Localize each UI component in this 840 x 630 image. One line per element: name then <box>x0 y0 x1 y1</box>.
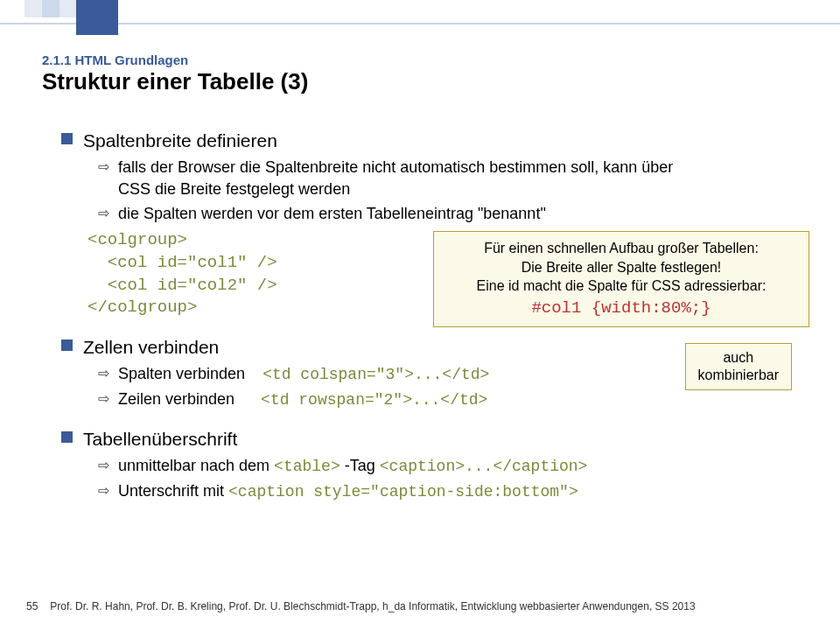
sub-bullet-text: die Spalten werden vor dem ersten Tabell… <box>118 203 546 224</box>
footer-credits: Prof. Dr. R. Hahn, Prof. Dr. B. Kreling,… <box>50 600 695 612</box>
sub-bullet: ⇨ Zeilen verbinden <td rowspan="2">...</… <box>98 388 805 410</box>
sub-label: unmittelbar nach dem <box>118 457 270 474</box>
sub-bullet: ⇨ Unterschrift mit <caption style="capti… <box>98 480 805 502</box>
sub-bullet-text: Unterschrift mit <caption style="caption… <box>118 480 578 502</box>
callout-line: auch <box>698 349 779 367</box>
arrow-icon: ⇨ <box>98 481 109 500</box>
page-number: 55 <box>26 600 38 612</box>
code-colspan: <td colspan="3">...</td> <box>262 366 489 383</box>
code-caption-style: <caption style="caption-side:bottom"> <box>228 483 578 500</box>
callout-line: Die Breite aller Spalte festlegen! <box>443 258 800 277</box>
sub-bullet: ⇨ falls der Browser die Spaltenbreite ni… <box>98 157 805 200</box>
sub-label: Unterschrift mit <box>118 482 224 500</box>
callout-css-tip: Für einen schnellen Aufbau großer Tabell… <box>433 231 809 327</box>
sub-label: Spalten verbinden <box>118 365 245 382</box>
header-decoration <box>24 0 118 35</box>
arrow-icon: ⇨ <box>98 364 109 383</box>
sub-bullet-text: unmittelbar nach dem <table> -Tag <capti… <box>118 455 587 477</box>
slide-title: Struktur einer Tabelle (3) <box>42 68 308 95</box>
sub-label: -Tag <box>345 457 375 474</box>
square-bullet-icon <box>61 133 73 144</box>
arrow-icon: ⇨ <box>98 204 109 223</box>
header-rule <box>0 23 840 24</box>
section-number: 2.1.1 HTML Grundlagen <box>42 52 188 67</box>
sub-bullet-text: falls der Browser die Spaltenbreite nich… <box>118 157 696 200</box>
sub-bullet: ⇨ die Spalten werden vor dem ersten Tabe… <box>98 203 805 224</box>
callout-line: Für einen schnellen Aufbau großer Tabell… <box>443 239 800 258</box>
sub-bullet: ⇨ unmittelbar nach dem <table> -Tag <cap… <box>98 455 805 477</box>
bullet-label: Spaltenbreite definieren <box>83 129 277 153</box>
sub-bullet-text: Spalten verbinden <td colspan="3">...</t… <box>118 363 489 385</box>
bullet-tabellenuberschrift: Tabellenüberschrift <box>61 427 805 452</box>
sub-bullet-text: Zeilen verbinden <td rowspan="2">...</td… <box>118 388 487 410</box>
bullet-spaltenbreite: Spaltenbreite definieren <box>61 129 805 153</box>
arrow-icon: ⇨ <box>98 456 109 475</box>
bullet-label: Zellen verbinden <box>83 335 219 360</box>
bullet-label: Tabellenüberschrift <box>83 427 237 452</box>
square-bullet-icon <box>61 431 73 443</box>
code-caption: <caption>...</caption> <box>380 458 588 475</box>
callout-line: Eine id macht die Spalte für CSS adressi… <box>443 276 800 296</box>
callout-code: #col1 {width:80%;} <box>443 298 800 320</box>
callout-line: kombinierbar <box>698 367 779 384</box>
slide-footer: 55 Prof. Dr. R. Hahn, Prof. Dr. B. Kreli… <box>26 600 822 612</box>
square-bullet-icon <box>61 340 73 351</box>
code-rowspan: <td rowspan="2">...</td> <box>261 391 487 409</box>
sub-label: Zeilen verbinden <box>118 390 234 408</box>
code-table-tag: <table> <box>274 458 340 475</box>
arrow-icon: ⇨ <box>98 158 109 177</box>
callout-kombinierbar: auch kombinierbar <box>685 343 792 390</box>
arrow-icon: ⇨ <box>98 389 109 409</box>
